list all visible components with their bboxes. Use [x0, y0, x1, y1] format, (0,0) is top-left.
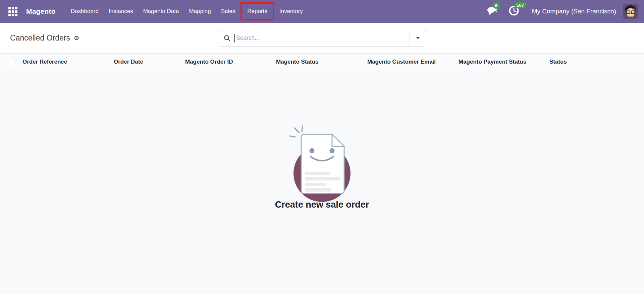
- select-all-cell: [0, 59, 22, 65]
- text-caret: [234, 34, 235, 43]
- column-status[interactable]: Status: [549, 59, 644, 65]
- search-bar: [218, 30, 426, 47]
- select-all-checkbox[interactable]: [9, 59, 15, 65]
- control-panel: Cancelled Orders ⚙: [0, 23, 644, 54]
- chevron-down-icon: [416, 37, 420, 39]
- activities-count-badge: 107: [514, 2, 527, 8]
- app-brand[interactable]: Magento: [26, 7, 56, 15]
- menu-item-reports[interactable]: Reports: [242, 8, 272, 15]
- document-fold: [332, 134, 344, 146]
- top-navbar: Magento Dashboard Instances Magento Data…: [0, 0, 644, 23]
- right-eye: [330, 148, 335, 153]
- menu-item-instances[interactable]: Instances: [104, 8, 138, 15]
- apps-grid-icon[interactable]: [8, 7, 17, 16]
- messages-count-badge: 6: [493, 2, 500, 9]
- menu-item-sales[interactable]: Sales: [216, 8, 240, 15]
- list-header-row: Order Reference Order Date Magento Order…: [0, 54, 644, 70]
- main-menu: Dashboard Instances Magento Data Mapping…: [66, 0, 308, 23]
- user-avatar[interactable]: [623, 4, 638, 19]
- activities-button[interactable]: 107: [508, 5, 519, 17]
- menu-item-magento-data[interactable]: Magento Data: [138, 8, 184, 15]
- company-switcher[interactable]: My Company (San Francisco): [532, 8, 616, 15]
- menu-item-mapping[interactable]: Mapping: [184, 8, 216, 15]
- column-magento-customer-email[interactable]: Magento Customer Email: [367, 59, 459, 65]
- settings-gear-icon[interactable]: ⚙: [74, 35, 79, 41]
- list-content-area: Create new sale order: [0, 70, 644, 294]
- sparkle-lines: [290, 126, 303, 137]
- avatar-image: [623, 4, 638, 19]
- search-options-toggle[interactable]: [410, 30, 426, 46]
- menu-item-dashboard[interactable]: Dashboard: [66, 8, 104, 15]
- empty-state-message: Create new sale order: [275, 200, 369, 210]
- search-input[interactable]: [236, 34, 410, 42]
- column-magento-order-id[interactable]: Magento Order ID: [185, 59, 276, 65]
- systray: 6 107 My Company (San Francisco): [487, 4, 638, 19]
- messages-button[interactable]: 6: [487, 6, 498, 17]
- left-eye: [310, 148, 315, 153]
- page-title: Cancelled Orders: [10, 33, 70, 43]
- menu-item-inventory[interactable]: Inventory: [274, 8, 308, 15]
- column-order-date[interactable]: Order Date: [114, 59, 185, 65]
- column-magento-status[interactable]: Magento Status: [276, 59, 367, 65]
- reports-annotation-box: Reports: [240, 2, 274, 20]
- breadcrumb: Cancelled Orders ⚙: [10, 33, 218, 43]
- column-magento-payment-status[interactable]: Magento Payment Status: [459, 59, 549, 65]
- empty-state-illustration: [282, 123, 362, 204]
- search-icon: [224, 35, 230, 42]
- column-order-reference[interactable]: Order Reference: [22, 59, 114, 65]
